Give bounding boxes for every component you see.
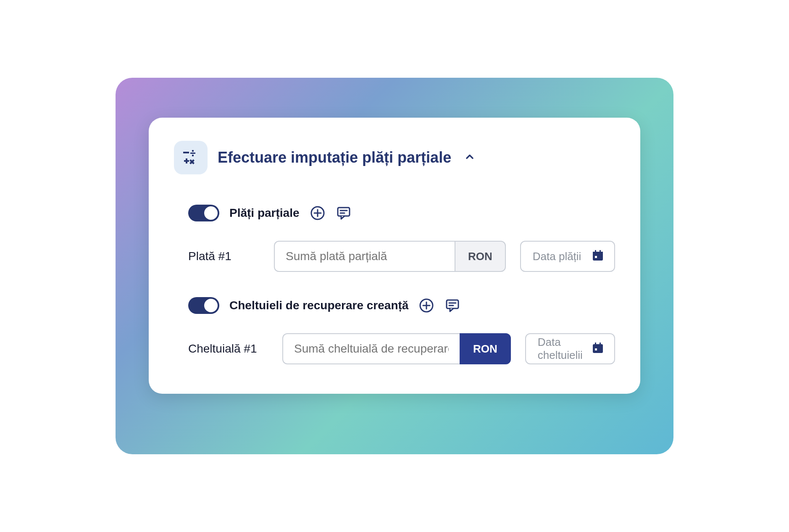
calendar-icon [592, 342, 604, 356]
payments-section-head: Plăți parțiale [188, 205, 615, 221]
svg-rect-7 [593, 252, 603, 254]
svg-rect-13 [447, 300, 458, 308]
calculator-icon [174, 141, 208, 174]
payment-comment-button[interactable] [336, 205, 352, 221]
expenses-label: Cheltuieli de recuperare creanță [229, 299, 408, 312]
expense-amount-input[interactable] [282, 333, 460, 364]
expense-date-input[interactable]: Data cheltuielii [525, 333, 615, 364]
chevron-up-icon[interactable] [464, 151, 476, 164]
svg-rect-11 [595, 256, 597, 258]
gradient-background: Efectuare imputație plăți parțiale Plăți… [116, 78, 673, 454]
expense-row-1: Cheltuială #1 RON Data cheltuielii [188, 333, 615, 364]
expenses-toggle[interactable] [188, 297, 219, 314]
svg-rect-0 [183, 152, 189, 153]
payments-toggle[interactable] [188, 205, 219, 221]
payment-amount-input[interactable] [274, 241, 455, 272]
expenses-section-head: Cheltuieli de recuperare creanță [188, 297, 615, 314]
payment-date-placeholder: Data plății [533, 250, 581, 263]
svg-rect-2 [190, 153, 195, 154]
add-payment-button[interactable] [310, 205, 326, 221]
card-title: Efectuare imputație plăți parțiale [218, 149, 451, 166]
expenses-section: Cheltuieli de recuperare creanță Cheltui… [188, 297, 615, 364]
expense-date-placeholder: Data cheltuielii [538, 336, 592, 362]
svg-rect-15 [595, 342, 596, 345]
svg-rect-3 [192, 155, 194, 156]
payments-label: Plăți parțiale [229, 206, 300, 220]
svg-rect-5 [338, 208, 350, 216]
expense-amount-group: RON [282, 333, 511, 364]
calendar-icon [592, 249, 604, 263]
payment-currency-selector[interactable]: RON [455, 241, 506, 272]
form-card: Efectuare imputație plăți parțiale Plăți… [149, 118, 640, 394]
svg-rect-14 [593, 344, 603, 353]
payment-row-1: Plată #1 RON Data plății [188, 241, 615, 272]
svg-rect-1 [192, 150, 194, 152]
svg-rect-9 [600, 250, 601, 253]
payments-section: Plăți parțiale Plată #1 RON Data plății [188, 205, 615, 272]
payment-date-input[interactable]: Data plății [520, 241, 615, 272]
expense-row-label: Cheltuială #1 [188, 342, 268, 356]
expense-currency-selector[interactable]: RON [460, 333, 511, 364]
svg-rect-17 [595, 348, 597, 350]
payment-amount-group: RON [274, 241, 506, 272]
add-expense-button[interactable] [418, 298, 434, 313]
expense-comment-button[interactable] [444, 298, 460, 313]
payment-row-label: Plată #1 [188, 250, 260, 263]
card-header[interactable]: Efectuare imputație plăți parțiale [174, 141, 615, 174]
svg-rect-8 [595, 250, 596, 253]
svg-rect-16 [600, 342, 601, 345]
